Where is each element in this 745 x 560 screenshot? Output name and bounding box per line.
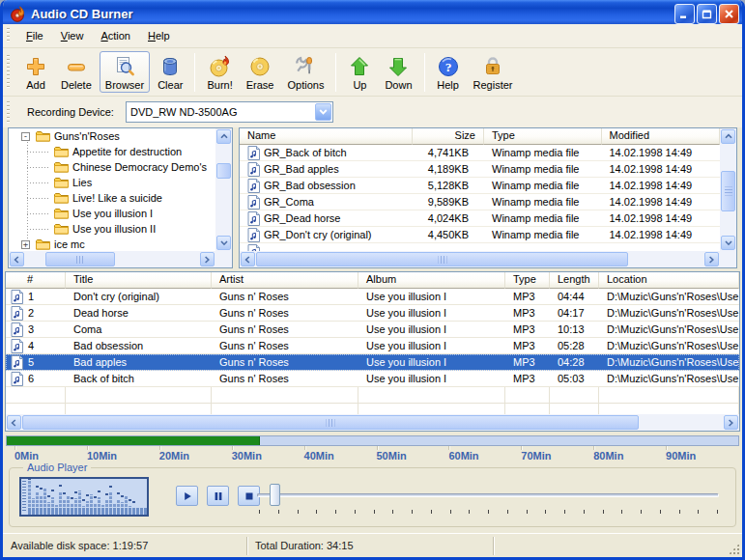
slider-track[interactable] (257, 493, 719, 497)
maximize-button[interactable] (697, 4, 717, 24)
tree-item-ice-mc[interactable]: +ice mc (9, 237, 215, 251)
track-column-header-length[interactable]: Length (550, 272, 599, 289)
media-file-icon (247, 211, 260, 226)
file-row[interactable]: GR_Don't cry (original)4,450KBWinamp med… (240, 227, 720, 243)
track-row[interactable]: 2Dead horseGuns n' RosesUse you illusion… (6, 305, 739, 322)
tree-item-label: Use you illusion I (72, 208, 153, 219)
file-row[interactable]: GR_Bad obsession5,128KBWinamp media file… (240, 178, 720, 194)
track-column-header-location[interactable]: Location (599, 272, 739, 289)
pause-button[interactable] (207, 486, 229, 506)
file-row[interactable]: GR_Bad apples4,189KBWinamp media file14.… (240, 161, 720, 178)
file-column-header-size[interactable]: Size (413, 128, 484, 145)
file-vscroll-thumb[interactable] (721, 171, 735, 211)
track-list-rows: 1Don't cry (original)Guns n' RosesUse yo… (6, 289, 739, 416)
register-button[interactable]: Register (468, 51, 519, 93)
erase-disc-icon (248, 54, 272, 79)
file-row[interactable]: GR_Back of bitch4,741KBWinamp media file… (240, 145, 720, 161)
track-horizontal-scrollbar[interactable] (6, 414, 739, 431)
tree-item-use-you-illusion-ii[interactable]: Use you illusion II (9, 221, 215, 237)
file-horizontal-scrollbar[interactable] (240, 251, 720, 267)
track-row[interactable]: 4Bad obsessionGuns n' RosesUse you illus… (6, 338, 739, 354)
slider-thumb[interactable] (270, 484, 280, 506)
file-row[interactable]: GR_Coma9,589KBWinamp media file14.02.199… (240, 194, 720, 210)
file-list-rows: GR_Back of bitch4,741KBWinamp media file… (240, 145, 720, 253)
scroll-up-arrow[interactable] (216, 129, 231, 144)
app-logo-icon[interactable] (10, 6, 26, 22)
burn-button[interactable]: Burn! (201, 51, 238, 93)
title-bar[interactable]: Audio CD Burner (0, 0, 745, 27)
recrow-gripper[interactable] (7, 101, 10, 123)
tree-item-guns-n-roses[interactable]: -Guns'n'Roses (9, 128, 215, 144)
track-album-cell: Use you illusion I (358, 354, 505, 371)
scroll-left-arrow[interactable] (7, 415, 21, 430)
tree-hscroll-thumb[interactable] (45, 252, 115, 266)
scrollbar-corner (720, 251, 736, 267)
track-column-header-num[interactable]: # (6, 272, 66, 289)
menu-item-action[interactable]: Action (92, 28, 139, 43)
folder-icon (36, 130, 50, 142)
track-row[interactable]: 1Don't cry (original)Guns n' RosesUse yo… (6, 289, 739, 305)
tree-item-chinese-democracy-demo-s[interactable]: Chinese Democracy Demo's (9, 159, 215, 175)
close-button[interactable] (719, 4, 739, 24)
toolbar: AddDeleteBrowserClearBurn!EraseOptionsUp… (3, 48, 742, 97)
track-list-panel: #TitleArtistAlbumTypeLengthLocation 1Don… (5, 271, 740, 432)
delete-button[interactable]: Delete (55, 51, 98, 93)
tree-item-live-like-a-suicide[interactable]: Live! Like a suicide (9, 190, 215, 206)
track-column-header-album[interactable]: Album (358, 272, 505, 289)
up-button[interactable]: Up (342, 51, 377, 93)
track-column-header-title[interactable]: Title (66, 272, 212, 289)
track-column-header-artist[interactable]: Artist (212, 272, 358, 289)
track-hscroll-thumb[interactable] (22, 415, 639, 430)
scroll-down-arrow[interactable] (216, 236, 231, 250)
collapse-toggle-icon[interactable]: - (21, 132, 30, 141)
file-hscroll-thumb[interactable] (256, 252, 628, 266)
track-number: 2 (28, 305, 34, 322)
scroll-up-arrow[interactable] (721, 129, 735, 144)
scroll-left-arrow[interactable] (241, 252, 255, 266)
track-length-cell: 05:03 (550, 371, 599, 387)
scroll-right-arrow[interactable] (724, 415, 738, 430)
file-row[interactable]: GR_Dead horse4,024KBWinamp media file14.… (240, 210, 720, 227)
erase-button[interactable]: Erase (241, 51, 280, 93)
file-vertical-scrollbar[interactable] (720, 128, 736, 251)
tree-item-lies[interactable]: Lies (9, 175, 215, 190)
track-location-cell: D:\Muzic\Guns'n'Roses\Use (599, 322, 739, 338)
clear-button[interactable]: Clear (152, 51, 188, 93)
toolbar-gripper[interactable] (7, 55, 10, 88)
browser-button[interactable]: Browser (100, 51, 150, 93)
expand-toggle-icon[interactable]: + (21, 240, 30, 249)
recording-device-combobox[interactable]: DVD_RW ND-3500AG (126, 101, 333, 123)
track-row[interactable]: 3ComaGuns n' RosesUse you illusion IMP31… (6, 322, 739, 338)
file-modified-cell: 14.02.1998 14:49 (602, 145, 721, 161)
tree-horizontal-scrollbar[interactable] (9, 251, 215, 267)
slider-tick (412, 510, 413, 514)
file-type-cell: Winamp media file (484, 210, 602, 227)
scroll-down-arrow[interactable] (721, 236, 735, 250)
track-row[interactable]: 6Back of bitchGuns n' RosesUse you illus… (6, 371, 739, 387)
add-button[interactable]: Add (18, 51, 53, 93)
combo-dropdown-button[interactable] (315, 103, 331, 121)
menu-accelerator: V (61, 30, 68, 42)
menu-item-help[interactable]: Help (139, 28, 179, 43)
tree-vertical-scrollbar[interactable] (215, 128, 232, 251)
file-column-header-type[interactable]: Type (484, 128, 602, 145)
options-button[interactable]: Options (281, 51, 330, 93)
scroll-left-arrow[interactable] (10, 252, 24, 266)
track-row[interactable]: 5Bad applesGuns n' RosesUse you illusion… (6, 354, 739, 371)
tree-vscroll-thumb[interactable] (216, 163, 231, 179)
menu-item-file[interactable]: File (17, 28, 52, 43)
scroll-right-arrow[interactable] (200, 252, 215, 266)
tree-item-use-you-illusion-i[interactable]: Use you illusion I (9, 206, 215, 221)
scroll-right-arrow[interactable] (704, 252, 719, 266)
play-button[interactable] (176, 486, 198, 506)
track-column-header-type[interactable]: Type (505, 272, 550, 289)
file-column-header-modified[interactable]: Modified (602, 128, 721, 145)
minimize-button[interactable] (674, 4, 695, 24)
down-button[interactable]: Down (379, 51, 417, 93)
file-column-header-name[interactable]: Name (240, 128, 413, 145)
seek-slider[interactable] (253, 480, 723, 515)
menu-gripper[interactable] (7, 28, 10, 44)
menu-item-view[interactable]: View (52, 28, 93, 43)
help-button[interactable]: ?Help (431, 51, 466, 93)
tree-item-appetite-for-destruction[interactable]: Appetite for destruction (9, 144, 215, 159)
